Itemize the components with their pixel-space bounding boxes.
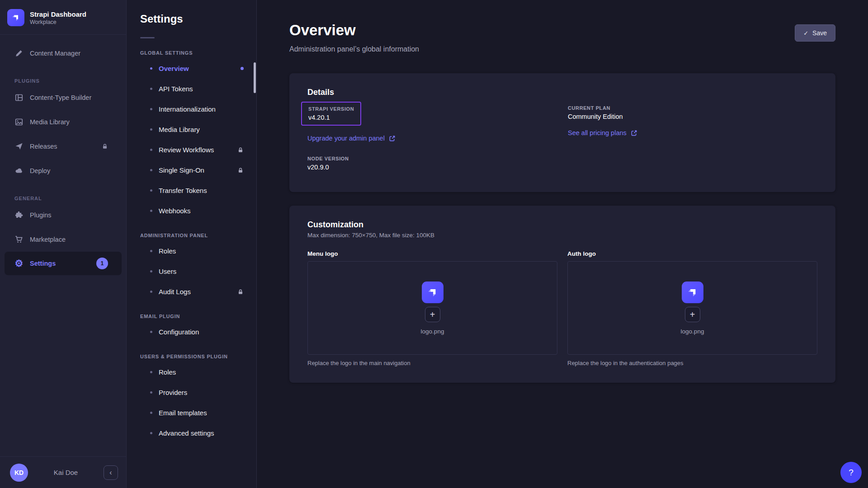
sidebar-item-label: Releases — [30, 143, 57, 150]
sidebar-item-deploy[interactable]: Deploy — [0, 159, 126, 183]
sidebar-item-label: Deploy — [30, 167, 50, 174]
upgrade-admin-panel-link[interactable]: Upgrade your admin panel — [307, 135, 396, 142]
add-auth-logo-button[interactable]: + — [685, 307, 700, 322]
subnav-item-configuration[interactable]: Configuration — [127, 322, 256, 342]
sidebar-item-releases[interactable]: Releases — [0, 134, 126, 159]
chevron-left-icon: ‹ — [109, 469, 112, 477]
media-library-icon — [14, 117, 24, 127]
sidebar-item-settings[interactable]: ⚙ Settings 1 — [5, 252, 122, 275]
bullet-icon — [150, 149, 152, 151]
sidebar-item-marketplace[interactable]: Marketplace — [0, 227, 126, 252]
auth-logo-label: Auth logo — [567, 250, 817, 257]
user-avatar[interactable]: KD — [10, 464, 28, 482]
pricing-plans-link[interactable]: See all pricing plans — [568, 129, 637, 136]
strapi-logo-icon — [7, 9, 24, 26]
bullet-icon — [150, 189, 152, 192]
gear-icon: ⚙ — [14, 259, 24, 268]
customization-title: Customization — [307, 220, 817, 230]
bullet-icon — [150, 432, 152, 434]
external-link-icon — [389, 135, 396, 142]
lock-icon — [237, 147, 244, 153]
page-title: Overview — [289, 22, 419, 39]
page-subtitle: Administration panel’s global informatio… — [289, 45, 419, 53]
subnav-item-up-roles[interactable]: Roles — [127, 362, 256, 382]
sidebar-item-label: Content Manager — [30, 50, 80, 57]
divider — [140, 37, 155, 38]
save-button[interactable]: ✓ Save — [795, 24, 835, 42]
subnav-item-audit-logs[interactable]: Audit Logs — [127, 282, 256, 302]
shopping-cart-icon — [14, 235, 24, 244]
user-name: Kai Doe — [33, 469, 98, 476]
question-mark-icon: ? — [849, 468, 854, 477]
menu-logo-upload-area[interactable]: + logo.png — [307, 261, 557, 355]
external-link-icon — [631, 130, 637, 136]
details-card: Details STRAPI VERSION v4.20.1 Upgrade y… — [289, 73, 835, 192]
bullet-icon — [150, 412, 152, 414]
sidebar-item-media-library[interactable]: Media Library — [0, 110, 126, 134]
subnav-item-email-templates[interactable]: Email templates — [127, 403, 256, 423]
bullet-icon — [150, 391, 152, 394]
workspace-brand[interactable]: Strapi Dashboard Workplace — [0, 0, 126, 34]
subnav-section-administration-panel: ADMINISTRATION PANEL — [127, 233, 256, 238]
subnav-item-media-library[interactable]: Media Library — [127, 119, 256, 140]
sidebar-item-content-type-builder[interactable]: Content-Type Builder — [0, 85, 126, 110]
bullet-icon — [150, 108, 152, 110]
node-version-value: v20.9.0 — [307, 164, 568, 171]
bullet-icon — [150, 128, 152, 131]
subnav-scrollbar-thumb[interactable] — [254, 62, 256, 93]
main-sidebar: Strapi Dashboard Workplace Content Manag… — [0, 0, 127, 488]
subnav-section-users-permissions-plugin: USERS & PERMISSIONS PLUGIN — [127, 354, 256, 359]
subnav-item-api-tokens[interactable]: API Tokens — [127, 79, 256, 99]
subnav-item-overview[interactable]: Overview — [127, 58, 256, 79]
lock-icon — [237, 167, 244, 174]
strapi-logo-icon — [682, 282, 703, 303]
auth-logo-filename: logo.png — [681, 328, 704, 335]
workspace-subtitle: Workplace — [30, 19, 86, 25]
menu-logo-caption: Replace the logo in the main navigation — [307, 360, 557, 366]
subnav-item-transfer-tokens[interactable]: Transfer Tokens — [127, 180, 256, 201]
check-icon: ✓ — [803, 30, 808, 37]
sidebar-item-label: Content-Type Builder — [30, 94, 91, 101]
bullet-icon — [150, 250, 152, 252]
sidebar-item-plugins[interactable]: Plugins — [0, 203, 126, 227]
main-content: Overview Administration panel’s global i… — [257, 0, 868, 488]
subnav-item-admin-roles[interactable]: Roles — [127, 241, 256, 261]
sidebar-item-content-manager[interactable]: Content Manager — [0, 41, 126, 66]
subnav-item-review-workflows[interactable]: Review Workflows — [127, 140, 256, 160]
sidebar-section-general: GENERAL — [0, 196, 126, 201]
subnav-item-advanced-settings[interactable]: Advanced settings — [127, 423, 256, 443]
auth-logo-upload-area[interactable]: + logo.png — [567, 261, 817, 355]
releases-icon — [14, 142, 24, 151]
strapi-version-label: STRAPI VERSION — [308, 106, 354, 112]
menu-logo-filename: logo.png — [421, 328, 444, 335]
current-plan-label: CURRENT PLAN — [568, 105, 817, 111]
active-notification-dot — [241, 67, 244, 70]
subnav-item-internationalization[interactable]: Internationalization — [127, 99, 256, 119]
subnav-item-webhooks[interactable]: Webhooks — [127, 201, 256, 221]
help-button[interactable]: ? — [840, 462, 862, 483]
subnav-item-users[interactable]: Users — [127, 261, 256, 282]
subnav-section-email-plugin: EMAIL PLUGIN — [127, 314, 256, 319]
subnav-title: Settings — [127, 13, 256, 25]
sidebar-collapse-button[interactable]: ‹ — [104, 465, 118, 480]
subnav-item-single-sign-on[interactable]: Single Sign-On — [127, 160, 256, 180]
puzzle-icon — [14, 211, 24, 220]
workspace-title: Strapi Dashboard — [30, 10, 86, 18]
subnav-item-providers[interactable]: Providers — [127, 382, 256, 403]
sidebar-item-label: Marketplace — [30, 236, 66, 243]
details-title: Details — [307, 88, 817, 97]
menu-logo-label: Menu logo — [307, 250, 557, 257]
settings-subnav: Settings GLOBAL SETTINGS Overview API To… — [127, 0, 257, 488]
subnav-section-global-settings: GLOBAL SETTINGS — [127, 50, 256, 56]
current-plan-field: CURRENT PLAN Community Edition — [568, 105, 817, 120]
sidebar-item-label: Settings — [30, 260, 56, 267]
node-version-label: NODE VERSION — [307, 156, 568, 161]
add-menu-logo-button[interactable]: + — [425, 307, 440, 322]
bullet-icon — [150, 270, 152, 272]
customization-constraints: Max dimension: 750×750, Max file size: 1… — [307, 232, 817, 239]
lock-icon — [102, 143, 108, 150]
sidebar-section-plugins: PLUGINS — [0, 78, 126, 84]
sidebar-item-label: Media Library — [30, 118, 70, 126]
bullet-icon — [150, 291, 152, 293]
lock-icon — [237, 289, 244, 295]
